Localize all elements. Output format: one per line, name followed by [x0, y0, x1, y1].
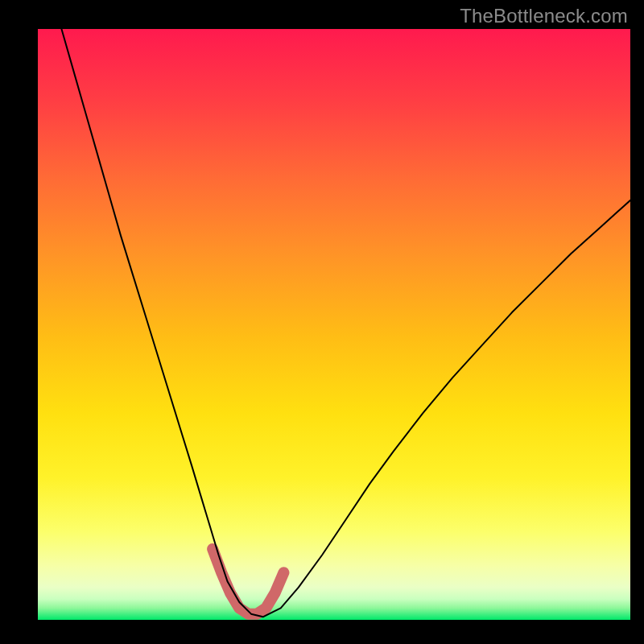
bottleneck-chart: [38, 29, 630, 620]
gradient-background: [38, 29, 630, 620]
plot-area: [38, 29, 630, 620]
chart-frame: TheBottleneck.com: [0, 0, 644, 644]
watermark-label: TheBottleneck.com: [460, 5, 628, 27]
